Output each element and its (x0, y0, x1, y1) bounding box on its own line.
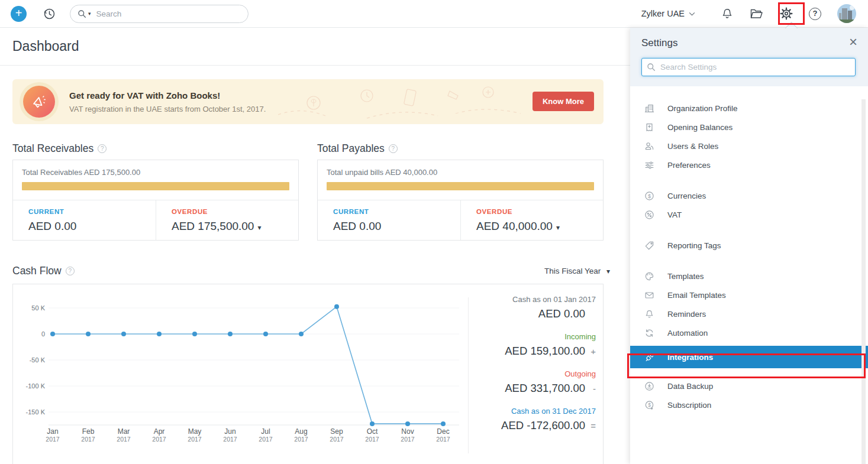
settings-item-automation[interactable]: Automation (630, 323, 868, 342)
opening-balances-icon (644, 122, 654, 132)
settings-item-users-roles[interactable]: Users & Roles (630, 137, 868, 155)
settings-item-opening-balances[interactable]: Opening Balances (630, 118, 868, 137)
receivables-overdue-dropdown-icon[interactable]: ▾ (257, 223, 261, 232)
settings-item-label: Email Templates (667, 291, 726, 300)
settings-panel: Settings × Organization Profile Opening … (630, 28, 868, 464)
bell-outline-icon (644, 309, 654, 319)
svg-text:2017: 2017 (117, 436, 131, 443)
svg-text:Aug: Aug (295, 427, 307, 436)
settings-panel-header: Settings × (630, 28, 868, 86)
incoming-label: Incoming (469, 332, 596, 341)
cashflow-title-text: Cash Flow (12, 265, 62, 277)
banner-subtitle: VAT registration in the UAE starts from … (69, 105, 266, 113)
bell-icon (721, 7, 734, 21)
close-icon[interactable]: × (849, 34, 857, 50)
receivables-current-value: AED 0.00 (28, 220, 156, 233)
settings-item-label: Subscription (667, 401, 711, 410)
palette-icon (644, 271, 654, 281)
settings-item-organization-profile[interactable]: Organization Profile (630, 99, 868, 118)
payables-overdue-dropdown-icon[interactable]: ▾ (556, 223, 560, 232)
settings-item-email-templates[interactable]: Email Templates (630, 285, 868, 304)
svg-text:50 K: 50 K (31, 304, 45, 312)
receivables-card: Total Receivables AED 175,500.00 CURRENT… (12, 160, 299, 241)
outgoing-label: Outgoing (469, 369, 596, 378)
settings-item-label: Reminders (667, 310, 706, 319)
opening-cash-label: Cash as on 01 Jan 2017 (469, 295, 596, 304)
recent-history-button[interactable] (43, 7, 56, 21)
settings-item-vat[interactable]: VAT (630, 205, 868, 224)
svg-text:Jun: Jun (224, 427, 235, 436)
megaphone-icon (23, 86, 55, 118)
settings-item-preferences[interactable]: Preferences (630, 155, 868, 174)
org-name: Zylker UAE (641, 9, 685, 18)
fiscal-year-filter[interactable]: This Fiscal Year ▾ (544, 267, 610, 275)
receivables-overdue-label: OVERDUE (172, 208, 298, 215)
cashflow-help-icon[interactable]: ? (66, 267, 75, 275)
settings-item-label: Data Backup (667, 382, 713, 391)
currency-dollar-icon: $ (644, 191, 654, 201)
settings-item-label: Preferences (667, 161, 711, 170)
payables-card: Total unpaid bills AED 40,000.00 CURRENT… (317, 160, 604, 241)
settings-item-data-backup[interactable]: Data Backup (630, 377, 868, 395)
settings-item-subscription[interactable]: $ Subscription (630, 395, 868, 414)
outgoing-value: AED 331,700.00 (505, 382, 585, 395)
settings-scrollbar[interactable] (861, 99, 866, 464)
chevron-down-icon (689, 12, 695, 16)
receivables-progress-bar (22, 182, 289, 190)
cashflow-chart[interactable]: 50 K0-50 K-100 K-150 KJan2017Feb2017Mar2… (14, 284, 467, 453)
settings-item-reminders[interactable]: Reminders (630, 304, 868, 323)
receivables-help-icon[interactable]: ? (98, 144, 107, 153)
help-icon: ? (809, 8, 821, 20)
settings-button[interactable] (780, 7, 793, 20)
svg-text:Mar: Mar (118, 427, 130, 436)
envelope-icon (644, 290, 654, 300)
know-more-button[interactable]: Know More (533, 92, 594, 111)
plus-op: + (585, 346, 596, 356)
receivables-overdue-value: AED 175,500.00 (172, 220, 254, 232)
settings-list: Organization Profile Opening Balances Us… (630, 86, 868, 414)
settings-item-label: VAT (667, 210, 682, 219)
svg-text:2017: 2017 (294, 436, 308, 443)
users-icon (644, 141, 654, 151)
closing-cash-value: AED -172,600.00 (501, 419, 585, 432)
topbar: + ▾ Search Zylker UAE (0, 0, 868, 28)
opening-cash-value: AED 0.00 (538, 307, 585, 320)
fiscal-year-label: This Fiscal Year (544, 267, 601, 275)
avatar-image (837, 4, 856, 23)
settings-item-label: Automation (667, 329, 708, 338)
page-title: Dashboard (12, 38, 79, 54)
payables-current-value: AED 0.00 (333, 220, 460, 233)
settings-item-label: Templates (667, 272, 704, 281)
svg-text:2017: 2017 (259, 436, 273, 443)
documents-button[interactable] (750, 7, 764, 20)
cashflow-card: 50 K0-50 K-100 K-150 KJan2017Feb2017Mar2… (12, 284, 604, 464)
notifications-button[interactable] (721, 7, 734, 21)
svg-text:2017: 2017 (436, 436, 450, 443)
settings-item-integrations[interactable]: Integrations (630, 346, 868, 368)
svg-text:2017: 2017 (365, 436, 379, 443)
payables-overdue-label: OVERDUE (476, 208, 603, 215)
svg-text:Dec: Dec (437, 427, 449, 436)
settings-item-reporting-tags[interactable]: Reporting Tags (630, 236, 868, 255)
svg-text:Jul: Jul (261, 427, 270, 436)
gear-icon (780, 7, 793, 20)
org-switcher[interactable]: Zylker UAE (641, 9, 695, 18)
settings-item-label: Integrations (667, 353, 713, 362)
settings-item-currencies[interactable]: $ Currencies (630, 186, 868, 205)
user-avatar[interactable] (837, 4, 856, 23)
payables-help-icon[interactable]: ? (389, 144, 398, 153)
global-search-input[interactable]: ▾ Search (70, 5, 249, 23)
help-button[interactable]: ? (809, 8, 821, 20)
banner-title: Get ready for VAT with Zoho Books! (69, 90, 266, 100)
incoming-value: AED 159,100.00 (505, 345, 585, 358)
payables-summary: Total unpaid bills AED 40,000.00 (327, 168, 594, 177)
quick-create-button[interactable]: + (11, 6, 27, 22)
settings-item-templates[interactable]: Templates (630, 267, 868, 285)
settings-search-input[interactable] (641, 58, 856, 76)
search-scope-caret-icon[interactable]: ▾ (88, 11, 91, 17)
receivables-title-text: Total Receivables (12, 142, 93, 155)
folder-icon (750, 7, 764, 20)
fiscal-year-caret-icon: ▾ (606, 267, 610, 275)
settings-item-label: Reporting Tags (667, 241, 721, 250)
settings-item-label: Organization Profile (667, 104, 738, 113)
